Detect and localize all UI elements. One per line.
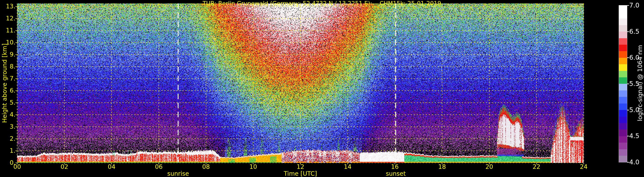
x-tick-label: 02 [60,164,68,170]
y-tick-label: 9. [0,52,16,58]
y-tick-label: 7. [0,76,16,82]
x-tick-label: 04 [108,164,116,170]
sunset-annotation: sunset [386,171,406,177]
sunrise-annotation: sunrise [168,171,189,177]
colorbar-tick-label: 6.5 [629,28,640,35]
x-tick-label: 12 [296,164,304,170]
y-tick-label: 10. [0,40,16,46]
y-tick-label: 5. [0,100,16,106]
y-tick-label: 1. [0,148,16,154]
y-tick-label: 11. [0,28,16,34]
ceilometer-quicklook-figure: TUB: Berlin Grunewald (Germany; 52.4732 … [0,0,644,177]
y-tick-label: 8. [0,64,16,70]
x-tick-label: 22 [533,164,540,170]
y-tick-label: 13. [0,4,16,10]
colorbar-label: log(rc-signal) @ 1064 nm [636,45,644,121]
ceilometer-heatmap-canvas [0,0,644,177]
colorbar-tick-label: 4.5 [629,133,640,139]
y-tick-label: 0. [0,160,16,166]
chart-title: TUB: Berlin Grunewald (Germany; 52.4732 … [202,1,441,6]
y-tick-label: 4. [0,112,16,118]
x-tick-label: 08 [202,164,210,170]
x-tick-label: 20 [486,164,493,170]
x-tick-label: 10 [249,164,257,170]
x-tick-label: 24 [580,164,588,170]
y-tick-label: 3. [0,124,16,130]
x-tick-label: 18 [438,164,446,170]
colorbar-tick-label: 7.0 [629,2,640,9]
y-tick-label: 12. [0,16,16,22]
x-tick-label: 06 [155,164,163,170]
x-tick-label: 16 [391,164,399,170]
x-tick-label: 14 [344,164,352,170]
x-axis-label: Time [UTC] [284,171,317,177]
y-tick-label: 2. [0,136,16,142]
colorbar-tick-label: 4.0 [629,159,640,165]
y-tick-label: 6. [0,88,16,94]
